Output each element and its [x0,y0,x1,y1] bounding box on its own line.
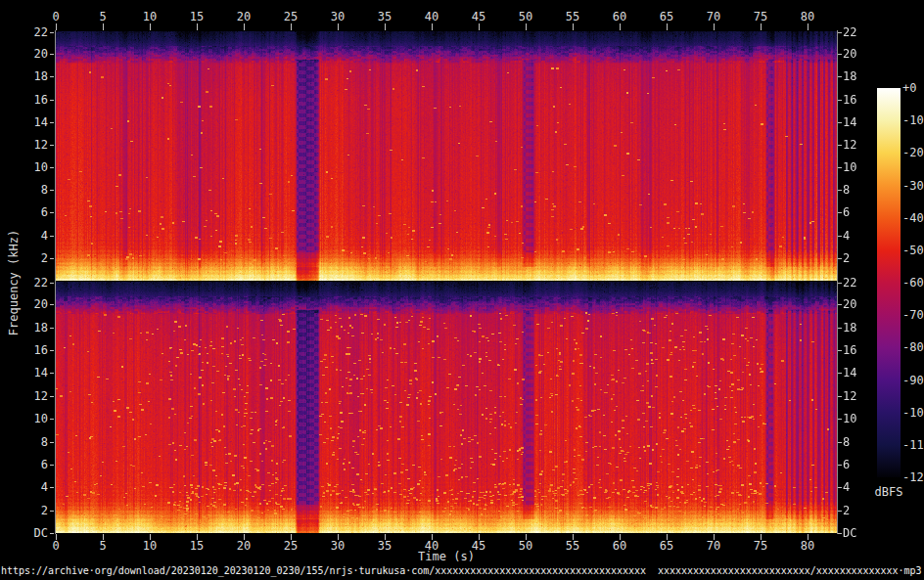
x-tick-label-top: 25 [284,11,298,22]
freq-tick-mark-right [838,145,842,146]
colorbar-tick-label: +0 [902,82,916,94]
colorbar-tick-label: -50 [902,245,924,256]
freq-tick-mark-left [50,167,54,168]
freq-tick-mark-right [838,396,842,397]
x-tick-mark-top [808,23,808,30]
x-tick-label-top: 60 [613,11,626,22]
x-tick-label-bottom: 80 [801,540,814,552]
freq-tick-label-left: 16 [0,94,48,106]
x-tick-mark-top [150,23,151,30]
spectrogram-figure: Time (s) Frequency (kHz) dBFS https://ar… [0,0,924,580]
freq-tick-mark-right [838,122,842,123]
x-tick-label-top: 40 [425,11,439,22]
freq-tick-mark-left [50,487,54,488]
freq-tick-mark-left [50,396,54,397]
freq-tick-label-left: DC [0,527,48,539]
freq-tick-mark-right [838,328,842,329]
x-tick-label-top: 55 [566,11,579,22]
x-tick-mark-top [479,23,480,30]
colorbar-tick-label: -120 [902,471,924,483]
freq-tick-mark-right [838,32,842,33]
x-tick-label-top: 10 [143,11,157,22]
freq-tick-label-right: 8 [843,184,850,196]
freq-tick-mark-right [838,236,842,237]
freq-tick-mark-left [50,258,54,259]
freq-tick-label-right: 18 [843,322,856,334]
plot-left-axis-line [55,30,56,534]
freq-tick-mark-left [50,328,54,329]
colorbar-unit-label: dBFS [875,486,903,498]
colorbar-tick-label: -20 [902,147,924,158]
freq-tick-label-left: 4 [0,230,48,242]
spectrogram-channel-1 [56,31,837,281]
colorbar-tick-label: -90 [902,375,924,386]
freq-tick-mark-right [838,283,842,284]
freq-tick-label-right: 6 [843,206,850,218]
freq-tick-label-right: DC [843,527,856,539]
freq-tick-mark-right [838,442,842,443]
freq-tick-label-left: 2 [0,505,48,516]
freq-tick-mark-left [50,145,54,146]
freq-tick-mark-left [50,419,54,420]
x-tick-mark-top [526,23,527,30]
freq-tick-mark-right [838,54,842,55]
freq-tick-mark-left [50,54,54,55]
x-tick-label-top: 70 [707,11,720,22]
x-tick-label-top: 20 [237,11,251,22]
freq-tick-mark-left [50,76,54,77]
x-tick-mark-top [620,23,621,30]
colorbar-tick-label: -80 [902,341,924,353]
freq-tick-label-right: 6 [843,459,850,470]
x-tick-label-top: 15 [190,11,204,22]
freq-tick-label-left: 2 [0,252,48,264]
freq-tick-label-left: 16 [0,344,48,356]
freq-tick-label-right: 8 [843,436,850,448]
freq-tick-label-right: 10 [843,413,856,424]
freq-tick-label-left: 14 [0,116,48,128]
freq-tick-mark-right [838,419,842,420]
freq-tick-mark-left [50,236,54,237]
freq-tick-mark-right [838,350,842,351]
freq-tick-label-right: 12 [843,390,856,402]
x-tick-mark-top [714,23,715,30]
freq-tick-mark-left [50,465,54,466]
freq-tick-mark-right [838,100,842,101]
freq-tick-label-left: 20 [0,48,48,60]
freq-tick-label-right: 2 [843,505,850,516]
freq-tick-mark-right [838,258,842,259]
freq-tick-mark-left [50,100,54,101]
x-tick-label-bottom: 30 [331,540,345,552]
x-tick-mark-top [385,23,386,30]
freq-tick-label-right: 20 [843,48,856,60]
freq-tick-label-right: 2 [843,252,850,264]
freq-tick-mark-left [50,511,54,512]
x-tick-label-bottom: 45 [472,540,485,552]
x-tick-label-bottom: 75 [754,540,767,552]
freq-tick-label-right: 22 [843,277,856,289]
freq-tick-label-right: 4 [843,481,850,493]
x-tick-mark-top [197,23,198,30]
colorbar-tick-label: -70 [902,309,924,321]
freq-tick-label-right: 4 [843,230,850,242]
x-tick-label-bottom: 20 [237,540,251,552]
freq-tick-label-left: 4 [0,481,48,493]
freq-tick-mark-right [838,76,842,77]
colorbar-tick-label: -40 [902,212,924,224]
freq-tick-label-left: 22 [0,26,48,38]
freq-tick-mark-left [50,373,54,374]
freq-tick-mark-right [838,511,842,512]
file-url-text: https://archive·org/download/20230120_20… [1,565,922,576]
freq-tick-label-left: 18 [0,70,48,82]
x-tick-mark-top [291,23,292,30]
freq-tick-label-left: 12 [0,139,48,151]
freq-tick-mark-right [838,487,842,488]
x-tick-label-top: 35 [378,11,392,22]
x-tick-label-top: 30 [331,11,345,22]
spectrogram-channel-2 [56,282,837,533]
x-tick-mark-top [667,23,668,30]
x-tick-mark-top [338,23,339,30]
freq-tick-label-right: 12 [843,139,856,151]
colorbar-tick-label: -100 [902,407,924,419]
freq-tick-mark-left [50,283,54,284]
freq-tick-label-left: 22 [0,277,48,289]
